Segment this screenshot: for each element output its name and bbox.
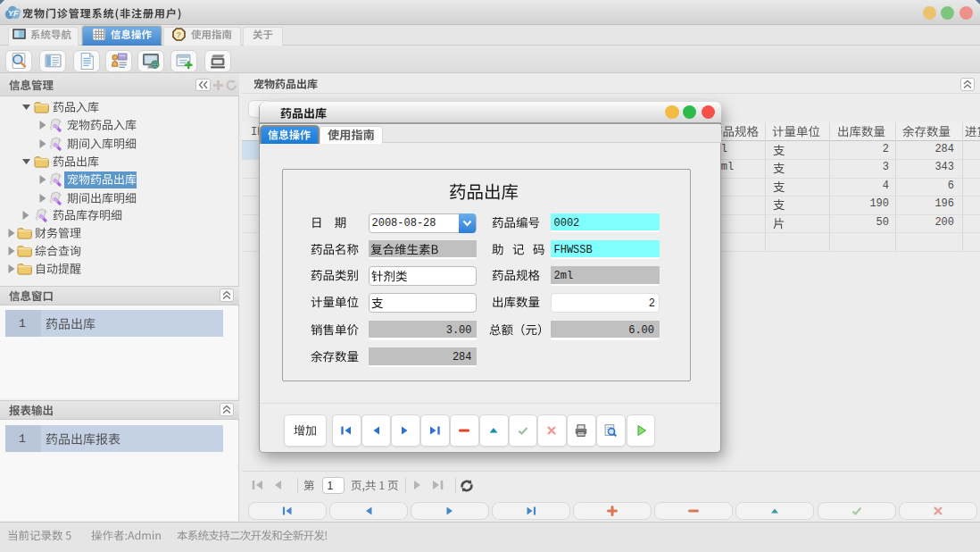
- svg-text:?: ?: [177, 30, 182, 39]
- svg-text:YF: YF: [8, 9, 19, 18]
